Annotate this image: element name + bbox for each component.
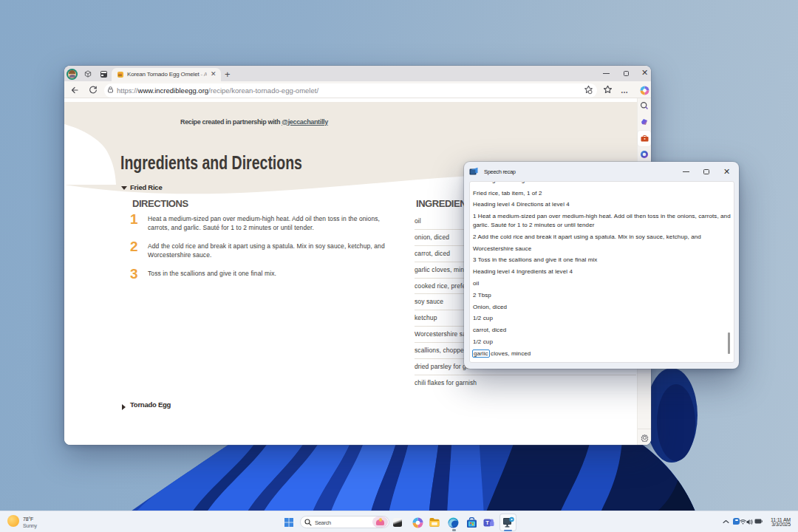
- svg-text:T: T: [485, 519, 489, 526]
